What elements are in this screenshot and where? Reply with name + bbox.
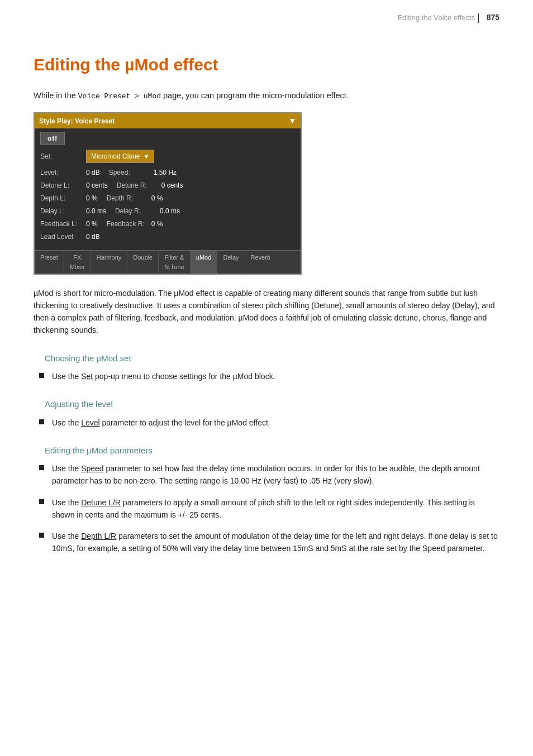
bullet-text-2-2: Use the Depth L/R parameters to set the … xyxy=(52,530,499,554)
bullet-item-2-0: Use the Speed parameter to set how fast … xyxy=(34,462,499,487)
value-detuneR: 0 cents xyxy=(161,180,183,190)
breadcrumb: Editing the Voice effects xyxy=(397,12,475,23)
value-speed: 1.50 Hz xyxy=(154,168,177,178)
page-container: Editing the µMod effect While in the Voi… xyxy=(0,25,533,597)
ui-panel: Style Play: Voice Preset ▼ off Set: Micr… xyxy=(34,112,302,275)
value-leadlevel: 0 dB xyxy=(86,232,100,242)
intro-link: Voice Preset > uMod xyxy=(78,92,161,101)
tab-harmony[interactable]: Harmony xyxy=(91,251,128,274)
page-number: 875 xyxy=(487,12,499,23)
set-dropdown[interactable]: Micromod Clone ▼ xyxy=(86,150,154,163)
intro-paragraph: While in the Voice Preset > uMod page, y… xyxy=(34,89,499,102)
label-detuneR: Detune R: xyxy=(117,180,161,190)
label-leadlevel: Lead Level: xyxy=(40,232,86,242)
section-bullets-0: Use the Set pop-up menu to choose settin… xyxy=(34,370,499,382)
dropdown-arrow: ▼ xyxy=(143,152,149,161)
tab-double[interactable]: Double xyxy=(127,251,159,274)
tab-reverb[interactable]: Reverb xyxy=(245,251,276,274)
value-detuneL: 0 cents xyxy=(86,180,108,190)
intro-text2: page, you can program the micro-modulati… xyxy=(161,91,349,100)
keyword-speed: Speed xyxy=(81,464,103,473)
panel-title: Style Play: Voice Preset xyxy=(39,116,115,126)
tab-umod[interactable]: uMod xyxy=(191,251,218,274)
label-feedbackL: Feedback L: xyxy=(40,219,86,229)
intro-text1: While in the xyxy=(34,91,78,100)
section-bullets-2: Use the Speed parameter to set how fast … xyxy=(34,462,499,554)
bullet-text-2-0: Use the Speed parameter to set how fast … xyxy=(52,462,499,487)
label-level: Level: xyxy=(40,168,86,178)
tabs-bar: Preset FXMixer Harmony Double Filter &N.… xyxy=(35,250,301,274)
keyword-level: Level xyxy=(81,418,99,427)
set-row: Set: Micromod Clone ▼ xyxy=(40,150,295,163)
keyword-depth: Depth L/R xyxy=(81,532,116,540)
value-level: 0 dB xyxy=(86,168,100,178)
label-depthL: Depth L: xyxy=(40,193,86,203)
param-row-5: Lead Level: 0 dB xyxy=(40,232,295,242)
keyword-detune: Detune L/R xyxy=(81,498,121,507)
section-heading-1: Adjusting the level xyxy=(34,398,499,411)
panel-body: off Set: Micromod Clone ▼ Level: 0 dB Sp… xyxy=(35,128,301,248)
label-delayR: Delay R: xyxy=(115,206,160,216)
tab-delay[interactable]: Delay xyxy=(217,251,245,274)
bullet-icon-2-0 xyxy=(39,465,44,470)
value-depthR: 0 % xyxy=(151,193,163,203)
section-heading-0: Choosing the µMod set xyxy=(34,352,499,365)
set-label: Set: xyxy=(40,151,86,161)
section-heading-2: Editing the µMod parameters xyxy=(34,444,499,457)
bullet-item-1-0: Use the Level parameter to adjust the le… xyxy=(34,417,499,429)
section-title-2: Editing the µMod parameters xyxy=(45,446,153,455)
tab-filter-ntune[interactable]: Filter &N.Tune xyxy=(159,251,191,274)
body-paragraph: µMod is short for micro-modulation. The … xyxy=(34,287,499,336)
param-row-1: Detune L: 0 cents Detune R: 0 cents xyxy=(40,180,295,190)
chapter-title: Editing the µMod effect xyxy=(34,52,499,77)
value-depthL: 0 % xyxy=(86,193,98,203)
value-delayL: 0.0 ms xyxy=(86,206,106,216)
label-feedbackR: Feedback R: xyxy=(107,219,151,229)
param-row-3: Delay L: 0.0 ms Delay R: 0.0 ms xyxy=(40,206,295,216)
tab-preset[interactable]: Preset xyxy=(35,251,64,274)
off-button[interactable]: off xyxy=(40,132,65,145)
bullet-item-0-0: Use the Set pop-up menu to choose settin… xyxy=(34,370,499,382)
bullet-text-2-1: Use the Detune L/R parameters to apply a… xyxy=(52,496,499,521)
header-separator: | xyxy=(477,10,480,25)
label-depthR: Depth R: xyxy=(107,193,151,203)
bullet-icon-0-0 xyxy=(39,373,44,378)
set-value: Micromod Clone xyxy=(91,151,140,161)
bullet-icon-2-1 xyxy=(39,499,44,504)
panel-titlebar: Style Play: Voice Preset ▼ xyxy=(35,113,301,128)
bullet-text-1-0: Use the Level parameter to adjust the le… xyxy=(52,417,270,429)
label-detuneL: Detune L: xyxy=(40,180,86,190)
tab-fx-mixer[interactable]: FXMixer xyxy=(64,251,91,274)
section-title-0: Choosing the µMod set xyxy=(45,353,131,363)
bullet-icon-2-2 xyxy=(39,533,44,538)
value-delayR: 0.0 ms xyxy=(160,206,180,216)
value-feedbackL: 0 % xyxy=(86,219,98,229)
label-delayL: Delay L: xyxy=(40,206,86,216)
value-feedbackR: 0 % xyxy=(151,219,163,229)
bullet-item-2-1: Use the Detune L/R parameters to apply a… xyxy=(34,496,499,521)
page-header: Editing the Voice effects | 875 xyxy=(0,0,533,25)
bullet-icon-1-0 xyxy=(39,419,44,424)
section-title-1: Adjusting the level xyxy=(45,399,113,409)
bullet-text-0-0: Use the Set pop-up menu to choose settin… xyxy=(52,370,275,382)
section-bullets-1: Use the Level parameter to adjust the le… xyxy=(34,417,499,429)
panel-arrow[interactable]: ▼ xyxy=(288,115,296,127)
param-row-2: Depth L: 0 % Depth R: 0 % xyxy=(40,193,295,203)
bullet-item-2-2: Use the Depth L/R parameters to set the … xyxy=(34,530,499,554)
param-row-0: Level: 0 dB Speed: 1.50 Hz xyxy=(40,168,295,178)
keyword-set: Set xyxy=(81,372,93,381)
param-row-4: Feedback L: 0 % Feedback R: 0 % xyxy=(40,219,295,229)
label-speed: Speed: xyxy=(109,168,154,178)
